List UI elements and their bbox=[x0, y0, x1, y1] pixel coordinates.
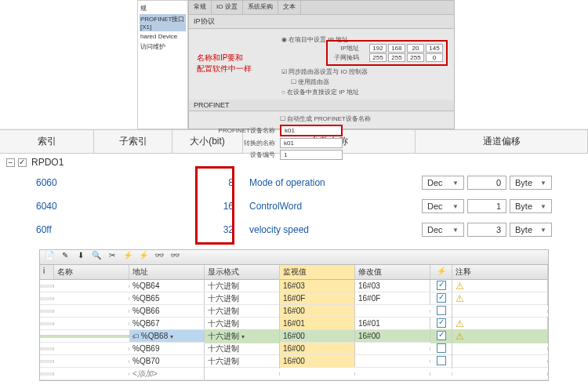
ip-octet[interactable]: 20 bbox=[407, 44, 424, 53]
watch-table: i 名称 地址 显示格式 监视值 修改值 ⚡ 注释 %QB64十六进制16#03… bbox=[39, 265, 549, 381]
glasses-icon[interactable]: 👓 bbox=[169, 251, 181, 263]
idx-cell: 6040 bbox=[6, 201, 100, 212]
modify-cell[interactable]: 16#03 bbox=[355, 280, 430, 292]
write-checkbox[interactable] bbox=[437, 281, 446, 290]
format-select[interactable]: Dec▼ bbox=[422, 223, 464, 237]
col-mod-hdr: 修改值 bbox=[355, 265, 430, 279]
col-index: 索引 bbox=[0, 130, 94, 153]
modify-cell[interactable]: 16#00 bbox=[355, 330, 430, 342]
modify-cell[interactable] bbox=[355, 310, 430, 313]
group-label: RPDO1 bbox=[31, 157, 64, 168]
write-checkbox[interactable] bbox=[437, 318, 446, 328]
chk-sync-router[interactable]: 同步路由器设置与 IO 控制器 bbox=[289, 68, 368, 75]
warning-icon: ⚠ bbox=[456, 281, 464, 292]
watch-row[interactable]: %QB70十六进制16#00 bbox=[40, 355, 548, 368]
chevron-down-icon: ▼ bbox=[540, 180, 546, 187]
group-checkbox[interactable] bbox=[18, 158, 27, 167]
modify-cell[interactable] bbox=[355, 360, 430, 363]
tab-general[interactable]: 常规 bbox=[189, 1, 212, 14]
size-cell: 16 bbox=[179, 201, 249, 212]
chk-use-router[interactable]: 使用路由器 bbox=[298, 78, 329, 85]
ip-octet[interactable]: 192 bbox=[369, 44, 387, 53]
modify-cell[interactable]: 16#01 bbox=[355, 318, 430, 329]
offset-input[interactable]: 3 bbox=[467, 223, 506, 237]
col-flag-hdr: ⚡ bbox=[430, 265, 452, 279]
tree-item[interactable]: hared Device bbox=[140, 32, 186, 41]
warning-icon: ⚠ bbox=[456, 318, 464, 329]
tab-sys[interactable]: 系统采购 bbox=[243, 1, 278, 14]
note-cell[interactable]: ⚠ bbox=[452, 292, 548, 306]
addr-cell[interactable]: %QB69 bbox=[129, 343, 205, 354]
note-cell[interactable]: ⚠ bbox=[452, 329, 548, 343]
ip-octet[interactable]: 145 bbox=[426, 44, 443, 53]
chevron-down-icon: ▼ bbox=[540, 227, 546, 234]
tool-icon[interactable]: ⚡ bbox=[122, 251, 134, 263]
modify-cell[interactable]: 16#0F bbox=[355, 292, 430, 304]
tool-icon[interactable]: ✂ bbox=[106, 251, 118, 263]
add-new-row[interactable]: <添加> bbox=[129, 367, 205, 381]
write-checkbox[interactable] bbox=[437, 306, 446, 315]
note-cell[interactable] bbox=[452, 360, 548, 363]
watch-row[interactable]: %QB69十六进制16#00 bbox=[40, 343, 548, 355]
addr-cell[interactable]: %QB67 bbox=[129, 318, 205, 329]
col-name-hdr: 名称 bbox=[54, 265, 129, 279]
modify-cell[interactable] bbox=[355, 347, 430, 350]
unit-select[interactable]: Byte▼ bbox=[510, 199, 552, 213]
addr-cell[interactable]: 🏷 %QB68 ▾ bbox=[129, 330, 205, 342]
watch-row[interactable]: 🏷 %QB68 ▾十六进制 ▾16#0016#00⚠ bbox=[40, 330, 548, 343]
format-select[interactable]: Dec▼ bbox=[422, 199, 464, 213]
mask-octet[interactable]: 0 bbox=[426, 53, 443, 62]
write-checkbox[interactable] bbox=[437, 356, 446, 365]
offset-input[interactable]: 0 bbox=[467, 176, 506, 190]
tree-item-profinet[interactable]: PROFINET接口 [X1] bbox=[140, 14, 186, 31]
unit-select[interactable]: Byte▼ bbox=[510, 176, 552, 190]
glasses-icon[interactable]: 👓 bbox=[153, 251, 165, 263]
tool-icon[interactable]: 📄 bbox=[43, 251, 56, 263]
devname-input[interactable]: k01 bbox=[280, 125, 343, 136]
write-checkbox[interactable] bbox=[437, 331, 446, 340]
tool-icon[interactable]: ⬇ bbox=[74, 251, 87, 263]
chevron-down-icon: ▼ bbox=[452, 203, 459, 210]
note-cell[interactable] bbox=[452, 310, 548, 313]
write-checkbox[interactable] bbox=[437, 293, 446, 303]
addr-cell[interactable]: %QB70 bbox=[129, 355, 205, 367]
config-panel: 常规 IO 设置 系统采购 文本 IP协议 ◉ 在项目中设置 IP 地址 名称和… bbox=[188, 0, 455, 129]
fmt-cell[interactable]: 十六进制 bbox=[205, 354, 280, 368]
tree-item[interactable]: 访问维护 bbox=[140, 42, 186, 52]
radio-set-ip-device[interactable]: 在设备中直接设定 IP 地址 bbox=[287, 89, 359, 96]
collapse-icon[interactable]: − bbox=[6, 158, 15, 167]
write-checkbox[interactable] bbox=[437, 343, 446, 353]
offset-input[interactable]: 1 bbox=[467, 199, 506, 213]
mask-octet[interactable]: 255 bbox=[388, 53, 405, 62]
chk-autogen-name[interactable]: 自动生成 PROFINET设备名称 bbox=[287, 115, 371, 122]
chevron-down-icon[interactable]: ▾ bbox=[241, 333, 245, 340]
note-cell[interactable] bbox=[452, 347, 548, 350]
col-note-hdr: 注释 bbox=[452, 265, 548, 279]
tree-item[interactable]: 规 bbox=[140, 3, 186, 13]
watch-toolbar[interactable]: 📄 ✎ ⬇ 🔍 ✂ ⚡ ⚡ 👓 👓 bbox=[39, 249, 549, 265]
tab-text[interactable]: 文本 bbox=[278, 1, 301, 14]
addr-cell[interactable]: %QB66 bbox=[129, 305, 205, 317]
chevron-down-icon: ▼ bbox=[452, 227, 459, 234]
format-select[interactable]: Dec▼ bbox=[422, 176, 464, 190]
mask-octet[interactable]: 255 bbox=[369, 53, 387, 62]
tool-icon[interactable]: 🔍 bbox=[90, 251, 103, 263]
addr-cell[interactable]: %QB65 bbox=[129, 292, 205, 304]
chevron-down-icon[interactable]: ▾ bbox=[170, 333, 173, 340]
mask-octet[interactable]: 255 bbox=[407, 53, 424, 62]
warning-icon: ⚠ bbox=[456, 293, 464, 304]
monitor-cell: 16#00 bbox=[280, 343, 355, 354]
tag-icon: 🏷 bbox=[132, 333, 139, 340]
unit-select[interactable]: Byte▼ bbox=[510, 223, 552, 237]
ip-octet[interactable]: 168 bbox=[388, 44, 405, 53]
addr-cell[interactable]: %QB64 bbox=[129, 280, 205, 292]
tool-icon[interactable]: ✎ bbox=[59, 251, 71, 263]
col-addr-hdr: 地址 bbox=[129, 265, 205, 279]
watch-row[interactable]: %QB65十六进制16#0F16#0F⚠ bbox=[40, 292, 548, 305]
convname-value: k01 bbox=[280, 138, 343, 148]
device-tree[interactable]: 规 PROFINET接口 [X1] hared Device 访问维护 bbox=[137, 0, 188, 129]
devnum-value[interactable]: 1 bbox=[280, 150, 343, 160]
tool-icon[interactable]: ⚡ bbox=[137, 251, 150, 263]
idx-cell: 60ff bbox=[6, 224, 100, 235]
tab-io[interactable]: IO 设置 bbox=[212, 1, 243, 14]
